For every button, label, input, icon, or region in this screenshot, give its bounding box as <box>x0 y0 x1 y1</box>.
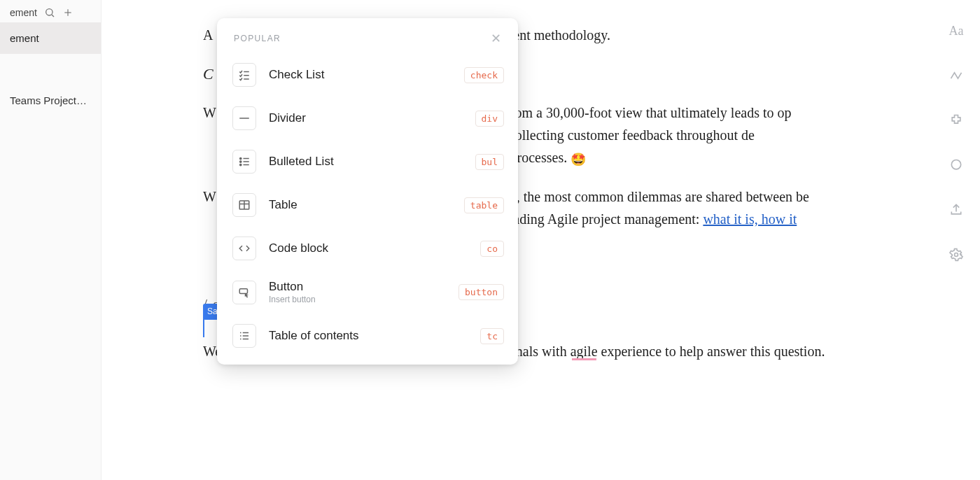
option-shortcut: co <box>480 241 504 257</box>
option-label: Table <box>269 198 451 212</box>
option-table[interactable]: Table table <box>217 183 518 227</box>
share-icon[interactable] <box>946 200 966 220</box>
option-label: Bulleted List <box>269 155 463 169</box>
table-icon <box>232 193 256 217</box>
bulleted-list-icon <box>232 150 256 174</box>
svg-point-12 <box>240 164 241 165</box>
star-struck-emoji: 🤩 <box>570 153 586 167</box>
plus-icon[interactable] <box>62 7 74 18</box>
slash-command-popup: POPULAR ✕ Check List check Divider div B… <box>217 18 518 365</box>
code-icon <box>232 237 256 260</box>
svg-line-1 <box>52 15 54 17</box>
spellcheck-word[interactable]: agile <box>570 344 598 359</box>
workspace-title-fragment: ement <box>10 7 37 18</box>
svg-point-24 <box>951 160 960 169</box>
option-label: Code block <box>269 241 468 255</box>
right-rail: Aa <box>942 21 970 264</box>
divider-icon <box>232 106 256 130</box>
settings-icon[interactable] <box>946 245 966 264</box>
svg-point-8 <box>240 157 241 159</box>
button-icon <box>232 281 256 304</box>
option-code-block[interactable]: Code block co <box>217 227 518 270</box>
option-check-list[interactable]: Check List check <box>217 53 518 97</box>
extension-icon[interactable] <box>946 111 966 130</box>
svg-point-25 <box>955 253 958 257</box>
option-label: Check List <box>269 68 451 82</box>
svg-point-10 <box>240 161 241 162</box>
inline-link[interactable]: what it is, how it <box>703 211 797 227</box>
zigzag-icon[interactable] <box>946 66 966 85</box>
option-table-of-contents[interactable]: Table of contents tc <box>217 314 518 358</box>
search-icon[interactable] <box>44 7 55 18</box>
text-style-icon[interactable]: Aa <box>946 21 966 41</box>
option-shortcut: bul <box>475 154 504 170</box>
collab-cursor-line <box>203 316 204 337</box>
sidebar-item-label: Teams Project… <box>10 94 87 106</box>
option-shortcut: div <box>475 111 504 127</box>
option-label: Divider <box>269 111 463 125</box>
svg-point-0 <box>46 9 52 15</box>
option-label: Button <box>269 280 446 294</box>
checklist-icon <box>232 63 256 87</box>
close-icon[interactable]: ✕ <box>488 28 504 49</box>
option-shortcut: check <box>464 67 504 83</box>
option-shortcut: button <box>458 284 504 300</box>
popup-section-heading: POPULAR <box>234 34 281 43</box>
sidebar-item-teams-project[interactable]: Teams Project… <box>0 85 101 116</box>
table-of-contents-icon <box>232 324 256 348</box>
option-divider[interactable]: Divider div <box>217 97 518 140</box>
option-label: Table of contents <box>269 329 468 343</box>
comment-icon[interactable] <box>946 155 966 175</box>
option-shortcut: tc <box>480 328 504 344</box>
option-sublabel: Insert button <box>269 295 446 304</box>
workspace-header: ement <box>0 0 101 22</box>
option-button[interactable]: Button Insert button button <box>217 270 518 314</box>
sidebar-item-label: ement <box>10 32 39 44</box>
option-shortcut: table <box>464 197 504 213</box>
sidebar-item-current-page[interactable]: ement <box>0 22 101 54</box>
option-bulleted-list[interactable]: Bulleted List bul <box>217 140 518 183</box>
svg-rect-17 <box>239 288 247 293</box>
left-sidebar: ement ement Teams Project… <box>0 0 102 480</box>
